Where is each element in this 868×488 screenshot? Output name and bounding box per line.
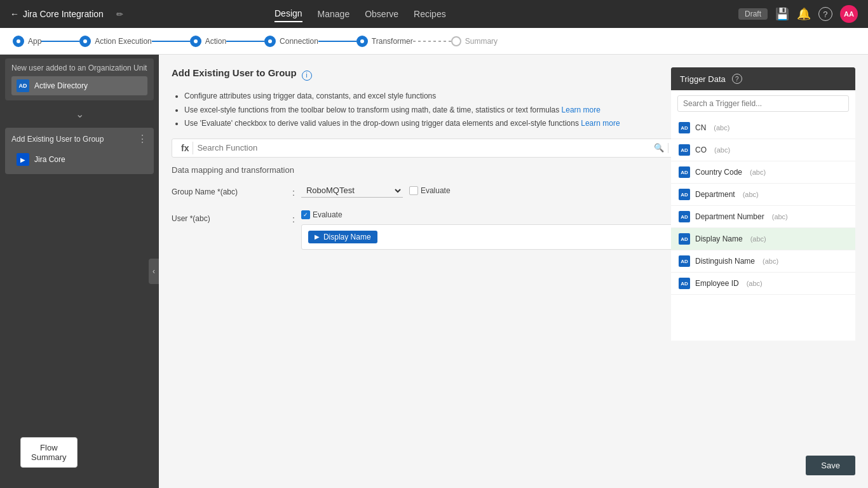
deptnum-icon: AD (679, 211, 690, 222)
trigger-search (671, 90, 855, 117)
bell-icon[interactable]: 🔔 (797, 7, 811, 21)
collapse-handle[interactable]: ‹ (149, 259, 159, 284)
user-label: User *(abc) (172, 210, 286, 223)
jira-core-item[interactable]: ▶ Jira Core (11, 150, 147, 169)
step-action-execution[interactable]: Action Execution (79, 36, 151, 47)
trigger-fields-list: AD CN (abc) AD CO (abc) AD Country Code … (671, 117, 855, 341)
step-app-label: App (28, 37, 41, 46)
trigger-panel-title: Trigger Data (680, 74, 726, 84)
evaluate-group-check[interactable]: Evaluate (409, 186, 451, 195)
back-button[interactable]: ← Jira Core Integration (10, 9, 104, 19)
user-colon: : (292, 210, 295, 224)
add-existing-label: Add Existing User to Group (11, 135, 104, 144)
group-name-colon: : (292, 184, 295, 198)
group-name-select[interactable]: RoboMQTest (301, 184, 403, 198)
tab-manage[interactable]: Manage (318, 6, 350, 22)
evaluate-user-checkbox[interactable]: ✓ (301, 210, 310, 219)
tab-observe[interactable]: Observe (365, 6, 398, 22)
tab-design[interactable]: Design (275, 6, 302, 22)
group-name-label: Group Name *(abc) (172, 184, 286, 196)
draft-badge: Draft (738, 8, 768, 20)
section-title: Add Existing User to Group (172, 67, 297, 78)
connector-5 (413, 41, 451, 42)
dept-name: Department (695, 190, 735, 199)
evaluate-group-label: Evaluate (421, 186, 451, 195)
add-user-card-header: Add Existing User to Group ⋮ (11, 133, 147, 145)
chevron-down-icon: ⌄ (0, 104, 159, 124)
connector-1 (41, 41, 79, 42)
field-cn[interactable]: AD CN (abc) (671, 117, 855, 139)
ad-icon: AD (17, 79, 29, 92)
top-nav: ← Jira Core Integration ✏ Design Manage … (0, 0, 868, 28)
back-icon: ← (10, 9, 19, 19)
main-layout: New user added to an Organization Unit A… (0, 55, 868, 488)
display-name-chip[interactable]: ▶ Display Name (308, 231, 377, 243)
co-name: CO (695, 146, 707, 154)
dn-icon: AD (679, 233, 690, 245)
step-sum-label: Summary (465, 37, 498, 46)
step-trans-circle (356, 36, 368, 47)
step-summary[interactable]: Summary (451, 36, 498, 46)
collapse-icon: ‹ (153, 267, 155, 276)
cn-name: CN (695, 123, 706, 132)
info-icon[interactable]: i (302, 71, 312, 81)
help-icon[interactable]: ? (818, 7, 832, 21)
sidebar-card-new-user[interactable]: New user added to an Organization Unit A… (5, 58, 154, 100)
learn-more-1[interactable]: Learn more (562, 105, 600, 114)
step-sum-circle (451, 36, 461, 46)
active-directory-item[interactable]: AD Active Directory (11, 76, 147, 95)
step-app[interactable]: App (13, 36, 41, 47)
tab-recipes[interactable]: Recipes (414, 6, 446, 22)
cc-name: Country Code (695, 168, 742, 177)
dept-icon: AD (679, 189, 690, 200)
empid-type: (abc) (747, 280, 763, 287)
field-distinguish-name[interactable]: AD Distinguish Name (abc) (671, 250, 855, 273)
search-icon[interactable]: 🔍 (654, 143, 664, 152)
jira-icon: ▶ (17, 153, 29, 166)
co-icon: AD (679, 144, 690, 156)
step-action[interactable]: Action (190, 36, 226, 47)
evaluate-group-checkbox[interactable] (409, 186, 418, 195)
field-display-name[interactable]: AD Display Name (abc) (671, 228, 855, 250)
step-connection[interactable]: Connection (264, 36, 318, 47)
search-function-input[interactable] (197, 143, 649, 152)
jira-core-label: Jira Core (34, 155, 65, 164)
step-trans-label: Transformer (372, 37, 413, 46)
distn-type: (abc) (763, 257, 778, 265)
distn-name: Distinguish Name (695, 257, 755, 266)
step-transformer[interactable]: Transformer (356, 36, 413, 47)
evaluate-user-label: Evaluate (313, 210, 342, 219)
deptnum-type: (abc) (772, 213, 788, 220)
field-employee-id[interactable]: AD Employee ID (abc) (671, 273, 855, 295)
step-conn-circle (264, 36, 276, 47)
trigger-search-input[interactable] (677, 95, 849, 112)
edit-icon[interactable]: ✏ (116, 10, 123, 19)
distn-icon: AD (679, 255, 690, 267)
sidebar-card-add-user[interactable]: Add Existing User to Group ⋮ ▶ Jira Core (5, 128, 154, 174)
step-bar: App Action Execution Action Connection T… (0, 28, 868, 55)
trigger-info-icon[interactable]: ? (732, 74, 742, 84)
learn-more-2[interactable]: Learn more (581, 119, 620, 128)
flow-summary-button[interactable]: Flow Summary (20, 437, 78, 468)
app-title: Jira Core Integration (23, 9, 104, 19)
field-co[interactable]: AD CO (abc) (671, 139, 855, 161)
trigger-panel: Trigger Data ? AD CN (abc) AD CO (abc) A (671, 67, 855, 341)
field-department-number[interactable]: AD Department Number (abc) (671, 206, 855, 228)
cn-icon: AD (679, 122, 690, 133)
active-directory-label: Active Directory (34, 81, 88, 90)
connector-4 (318, 41, 356, 42)
cc-icon: AD (679, 166, 690, 178)
step-ae-label: Action Execution (95, 37, 151, 46)
more-icon[interactable]: ⋮ (137, 133, 147, 145)
save-button[interactable]: Save (806, 456, 855, 475)
save-icon[interactable]: 💾 (775, 7, 789, 21)
empid-name: Employee ID (695, 279, 739, 288)
connector-2 (152, 41, 190, 42)
dept-type: (abc) (743, 191, 759, 198)
step-action-label: Action (205, 37, 226, 46)
cc-type: (abc) (750, 168, 766, 176)
step-conn-label: Connection (280, 37, 318, 46)
connector-3 (226, 41, 264, 42)
field-department[interactable]: AD Department (abc) (671, 184, 855, 206)
field-country-code[interactable]: AD Country Code (abc) (671, 161, 855, 184)
